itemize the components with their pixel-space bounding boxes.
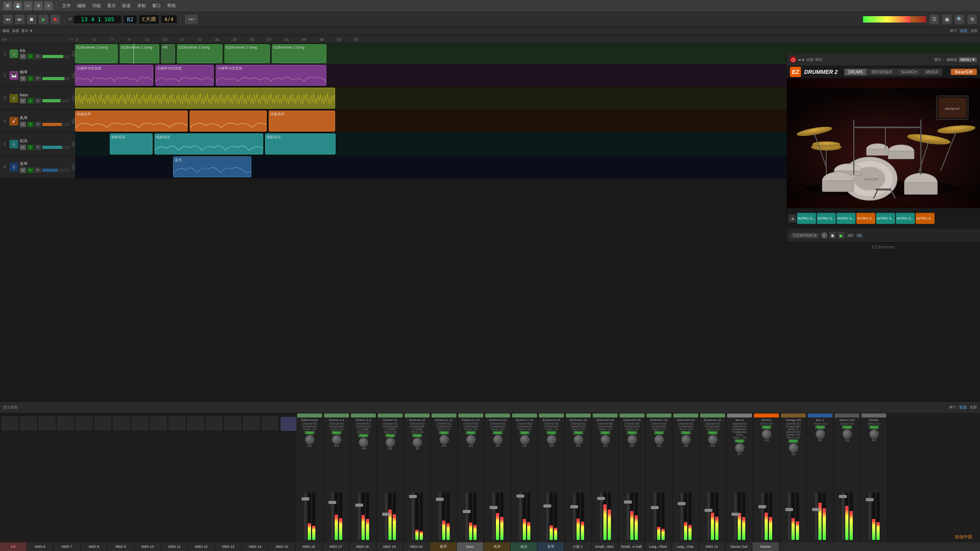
track-2-record[interactable]: R [35, 76, 41, 81]
channel-read-btn[interactable]: Read [332, 431, 341, 434]
edit-btn[interactable]: 编辑 [2, 28, 9, 34]
channel-pan-knob[interactable] [816, 429, 825, 439]
track-6-mute[interactable]: M [20, 167, 26, 173]
menu-edit[interactable]: 编辑 [75, 3, 88, 9]
track-4-fader[interactable] [42, 123, 70, 126]
channel-read-btn[interactable]: Read [815, 425, 825, 429]
bottom-label-18[interactable]: 风琴 [484, 542, 511, 551]
menu-tracks[interactable]: 轨道 [120, 3, 133, 9]
channel-read-btn[interactable]: Read [708, 431, 718, 434]
ez-tab-drums[interactable]: DRUMS [844, 68, 867, 76]
track-6-fader[interactable] [42, 169, 70, 172]
track-5-solo[interactable]: S [27, 145, 34, 150]
track-2-mute[interactable]: M [20, 76, 26, 81]
apple-menu-btn[interactable]: ⌘ [3, 2, 12, 10]
undo-btn[interactable]: ↩ [24, 2, 32, 10]
pattern-btn-7[interactable]: INTRO S... [916, 213, 935, 224]
pattern-btn-5[interactable]: INTRO S... [876, 213, 895, 224]
channel-pan-knob[interactable] [413, 438, 422, 447]
channel-pan-knob[interactable] [681, 435, 691, 444]
channel-read-btn[interactable]: Read [385, 434, 395, 437]
loop-btn[interactable]: <4> [185, 15, 198, 24]
bottom-label-15[interactable]: MIDI 20 [403, 542, 430, 551]
bottom-label-5[interactable]: MIDI 10 [134, 542, 161, 551]
menu-display[interactable]: 显示 [105, 3, 118, 9]
bottom-label-12[interactable]: MIDI 17 [322, 542, 349, 551]
bottom-label-25[interactable]: Larg...One [672, 542, 699, 551]
ez-copy-btn[interactable]: 拷贝 [815, 57, 822, 62]
channel-read-btn[interactable]: Read [627, 431, 637, 434]
search-button[interactable]: SearCH [951, 69, 977, 75]
browser-btn[interactable]: 🔍 [955, 15, 964, 24]
channel-fader-thumb[interactable] [731, 513, 739, 516]
channel-pan-knob[interactable] [654, 435, 664, 444]
bottom-label-23[interactable]: Small...e Hall [618, 542, 645, 551]
bottom-label-27[interactable]: Stereo Out [726, 542, 752, 551]
rewind-btn[interactable]: ⏮ [3, 15, 13, 24]
channel-fader-thumb[interactable] [758, 505, 766, 508]
channel-pan-knob[interactable] [789, 443, 798, 453]
channel-read-btn[interactable]: Read [869, 425, 879, 429]
bottom-label-4[interactable]: MIDI 9 [107, 542, 134, 551]
track-3-fader[interactable] [42, 99, 70, 102]
channel-fader-thumb[interactable] [516, 495, 524, 498]
channel-pan-knob[interactable] [493, 435, 503, 444]
bottom-label-2[interactable]: MIDI 7 [54, 542, 81, 551]
bottom-label-3[interactable]: MIDI 8 [81, 542, 107, 551]
channel-fader-thumb[interactable] [785, 508, 793, 511]
channel-read-btn[interactable]: Read [520, 431, 530, 434]
settings-btn[interactable]: ⚙ [34, 2, 43, 10]
channel-pan-knob[interactable] [386, 438, 395, 447]
track-4-solo[interactable]: S [27, 122, 34, 127]
menu-record[interactable]: 录制 [135, 3, 148, 9]
pattern-btn-3[interactable]: INTRO S... [837, 213, 856, 224]
filter-btn[interactable]: 选项 [12, 28, 19, 34]
channel-read-btn[interactable]: Read [358, 434, 368, 437]
channel-pan-knob[interactable] [439, 435, 449, 444]
bottom-label-14[interactable]: MIDI 19 [376, 542, 403, 551]
track-5-fader[interactable] [42, 146, 70, 149]
bottom-label-24[interactable]: Larg...Floor [645, 542, 672, 551]
bottom-label-11[interactable]: MIDI 16 [296, 542, 322, 551]
ez-sync-btn[interactable]: ⟳ [821, 232, 827, 239]
bottom-label-6[interactable]: MIDI 11 [161, 542, 188, 551]
track-1-solo[interactable]: S [27, 54, 34, 59]
bottom-label-28[interactable]: Master [752, 542, 779, 551]
mixer-btn[interactable]: ☰ [929, 15, 939, 24]
bottom-label-8[interactable]: MIDI 13 [215, 542, 242, 551]
channel-read-btn[interactable]: Read [439, 431, 449, 434]
ez-tab-mixer[interactable]: MIXER [922, 68, 943, 76]
channel-fader-thumb[interactable] [436, 498, 444, 501]
channel-fader-thumb[interactable] [705, 509, 712, 512]
channel-fader-thumb[interactable] [866, 498, 874, 501]
ez-power-btn[interactable]: ⏻ [790, 56, 796, 63]
channel-read-btn[interactable]: Read [788, 439, 798, 443]
channel-read-btn[interactable]: Read [466, 431, 476, 434]
play-btn[interactable]: ▶ [39, 15, 48, 24]
ez-compare-btn[interactable]: 比较 [807, 57, 814, 62]
channel-fader-thumb[interactable] [463, 510, 471, 513]
bottom-label-13[interactable]: MIDI 18 [349, 542, 376, 551]
bottom-label-20[interactable]: 音琴 [537, 542, 564, 551]
channel-fader-thumb[interactable] [328, 501, 336, 504]
channel-pan-knob[interactable] [520, 435, 530, 444]
ez-tab-search[interactable]: SEARCH [896, 68, 922, 76]
track-3-solo[interactable]: S [27, 98, 34, 103]
ez-play-btn[interactable]: ▶ [838, 232, 845, 239]
pattern-btn-1[interactable]: INTRO S... [797, 213, 816, 224]
channel-pan-knob[interactable] [842, 429, 852, 439]
channel-read-btn[interactable]: Read [600, 431, 610, 434]
track-1-record[interactable]: R [35, 54, 41, 59]
track-filter[interactable]: 轨道 [958, 405, 968, 410]
single-filter[interactable]: 单个 [949, 405, 956, 410]
channel-fader-thumb[interactable] [355, 504, 363, 507]
bottom-label-9[interactable]: MIDI 14 [242, 542, 269, 551]
piano-roll-btn[interactable]: ▣ [942, 15, 952, 24]
track-2-fader[interactable] [42, 77, 70, 80]
bottom-label-0[interactable]: Kik [0, 542, 27, 551]
channel-pan-knob[interactable] [869, 429, 879, 439]
channel-read-btn[interactable]: Read [681, 431, 691, 434]
channel-pan-knob[interactable] [332, 435, 341, 444]
track-1-mute[interactable]: M [20, 54, 26, 59]
channel-fader-thumb[interactable] [302, 497, 309, 500]
